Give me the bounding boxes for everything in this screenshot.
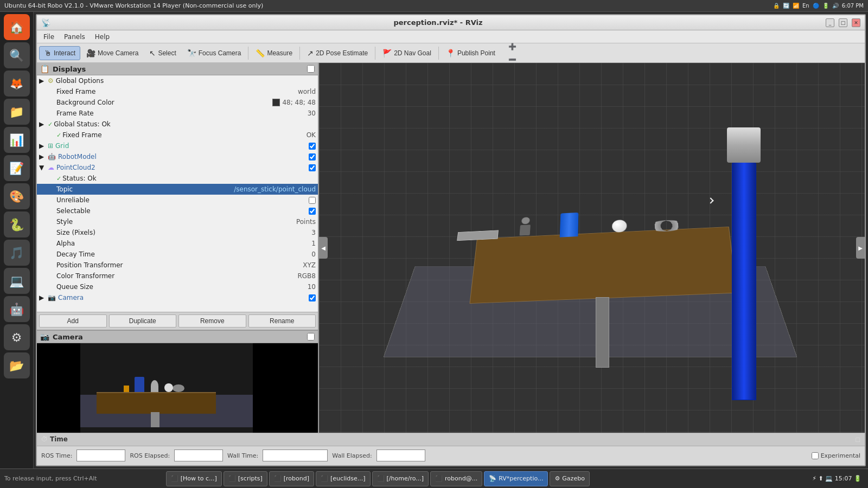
rviz-title: perception.rviz* - RViz [55, 18, 821, 27]
ros-elapsed-label: ROS Elapsed: [130, 452, 170, 459]
dock-music[interactable]: 🎵 [4, 240, 30, 266]
global-options-item[interactable]: ▶ ⚙ Global Options [37, 75, 318, 86]
ros-time-label: ROS Time: [41, 452, 72, 459]
size-label: Size (Pixels) [56, 229, 311, 236]
taskbar-app-4[interactable]: ⬛ [/home/ro...] [372, 471, 429, 486]
color-item[interactable]: Color Transformer RGB8 [37, 271, 318, 281]
frame-rate-item[interactable]: Frame Rate 30 [37, 108, 318, 119]
dock-browser[interactable]: 🔍 [4, 42, 30, 68]
3d-view[interactable]: ◀ ▶ [319, 63, 865, 433]
taskbar-app-7[interactable]: ⚙ Gazebo [550, 471, 589, 486]
rviz-titlebar: 📡 perception.rviz* - RViz _ □ ✕ [37, 15, 865, 30]
queue-value: 10 [308, 283, 316, 291]
minimize-button[interactable]: _ [826, 18, 834, 27]
dock-terminal[interactable]: 💻 [4, 268, 30, 294]
global-status-item[interactable]: ▶ ✓ Global Status: Ok [37, 119, 318, 130]
duplicate-button[interactable]: Duplicate [109, 314, 177, 328]
size-item[interactable]: Size (Pixels) 3 [37, 227, 318, 238]
scene-container [319, 63, 865, 433]
taskbar-clock: ⚡ ⬆ 💻 15:07 🔋 [808, 475, 866, 482]
camera-checkbox[interactable] [309, 294, 316, 301]
ros-elapsed-input[interactable]: 1136.13 [174, 450, 223, 461]
dock-app5[interactable]: 🎨 [4, 183, 30, 209]
displays-tree[interactable]: ▶ ⚙ Global Options Fixed Frame world [37, 75, 318, 312]
taskbar-bottom: To release input, press Ctrl+Alt ⬛ [How … [0, 468, 868, 488]
remove-button[interactable]: Remove [178, 314, 246, 328]
dock-files[interactable]: 📁 [4, 99, 30, 125]
taskbar-app-0[interactable]: ⬛ [How to c...] [166, 471, 222, 486]
right-collapse-arrow[interactable]: ▶ [856, 237, 865, 259]
menu-file[interactable]: File [39, 32, 59, 42]
left-collapse-arrow[interactable]: ◀ [319, 237, 328, 259]
rviz-menubar: File Panels Help [37, 30, 865, 43]
interact-button[interactable]: 🖱 Interact [39, 46, 80, 60]
fixed-frame-item[interactable]: Fixed Frame world [37, 86, 318, 97]
toolbar-plus[interactable]: ➕ [503, 40, 521, 53]
topic-value: /sensor_stick/point_cloud [234, 185, 316, 193]
position-item[interactable]: Position Transformer XYZ [37, 260, 318, 271]
pointcloud2-item[interactable]: ▼ ☁ PointCloud2 [37, 162, 318, 173]
selectable-label: Selectable [56, 207, 309, 215]
move-camera-button[interactable]: 🎥 Move Camera [81, 46, 143, 60]
alpha-value: 1 [311, 240, 316, 247]
dock-text[interactable]: 📝 [4, 155, 30, 181]
close-button[interactable]: ✕ [852, 18, 860, 27]
taskbar-app-6[interactable]: 📡 RV*perceptio... [484, 471, 548, 486]
camera-item[interactable]: ▶ 📷 Camera [37, 292, 318, 303]
camera-panel: 📷 Camera [37, 330, 318, 433]
bg-color-item[interactable]: Background Color 48; 48; 48 [37, 97, 318, 108]
grid-item[interactable]: ▶ ⊞ Grid [37, 140, 318, 151]
maximize-button[interactable]: □ [839, 18, 847, 27]
taskbar-app-2[interactable]: ⬛ [robond] [269, 471, 314, 486]
style-item[interactable]: Style Points [37, 216, 318, 227]
fixed-frame-ok-item[interactable]: ✓ Fixed Frame OK [37, 130, 318, 140]
wall-elapsed-input[interactable]: 3145.95 [376, 450, 425, 461]
unreliable-item[interactable]: Unreliable [37, 195, 318, 206]
camera-panel-title: Camera [53, 333, 304, 341]
nav-goal-button[interactable]: 🚩 2D Nav Goal [378, 46, 436, 60]
dock-app8[interactable]: ⚙️ [4, 324, 30, 350]
dock-files2[interactable]: 📂 [4, 352, 30, 378]
pose-estimate-button[interactable]: ↗ 2D Pose Estimate [302, 46, 373, 60]
wall-time-input[interactable]: 1540159663.80 [263, 450, 328, 461]
dock-python[interactable]: 🐍 [4, 211, 30, 237]
fixed-frame-label: Fixed Frame [56, 88, 298, 95]
displays-checkbox[interactable] [307, 65, 315, 73]
cam-panel-icon: 📷 [40, 332, 49, 341]
selectable-item[interactable]: Selectable [37, 206, 318, 216]
dock-robot[interactable]: 🤖 [4, 296, 30, 322]
queue-item[interactable]: Queue Size 10 [37, 281, 318, 292]
menu-help[interactable]: Help [91, 32, 114, 42]
dock-calc[interactable]: 📊 [4, 127, 30, 153]
measure-button[interactable]: 📏 Measure [251, 46, 297, 60]
taskbar-app-5[interactable]: ⬛ robond@... [430, 471, 482, 486]
camera-panel-checkbox[interactable] [307, 333, 315, 341]
time-expand[interactable]: □ [856, 436, 860, 442]
queue-label: Queue Size [56, 283, 308, 291]
pc2-status-item[interactable]: ✓ Status: Ok [37, 173, 318, 184]
menu-panels[interactable]: Panels [60, 32, 90, 42]
global-status-label: Global Status: Ok [54, 120, 316, 128]
decay-item[interactable]: Decay Time 0 [37, 249, 318, 260]
rename-button[interactable]: Rename [248, 314, 316, 328]
experimental-checkbox[interactable] [812, 452, 819, 459]
pointcloud2-checkbox[interactable] [309, 164, 316, 171]
ros-time-input[interactable]: 2264.59 [76, 450, 125, 461]
unreliable-checkbox[interactable] [309, 197, 316, 204]
robot-model-checkbox[interactable] [309, 153, 316, 160]
focus-camera-button[interactable]: 🔭 Focus Camera [182, 46, 246, 60]
pc2s-check: ✓ [56, 175, 61, 182]
selectable-checkbox[interactable] [309, 208, 316, 215]
cam-table [97, 392, 216, 414]
select-button[interactable]: ↖ Select [144, 46, 181, 60]
grid-checkbox[interactable] [309, 143, 316, 150]
dock-home[interactable]: 🏠 [4, 14, 30, 40]
dock-firefox[interactable]: 🦊 [4, 70, 30, 97]
publish-point-button[interactable]: 📍 Publish Point [441, 46, 500, 60]
add-button[interactable]: Add [39, 314, 107, 328]
taskbar-app-1[interactable]: ⬛ [scripts] [224, 471, 267, 486]
topic-item[interactable]: Topic /sensor_stick/point_cloud [37, 184, 318, 195]
taskbar-app-3[interactable]: ⬛ [euclidse...] [316, 471, 370, 486]
alpha-item[interactable]: Alpha 1 [37, 238, 318, 249]
robot-model-item[interactable]: ▶ 🤖 RobotModel [37, 151, 318, 162]
